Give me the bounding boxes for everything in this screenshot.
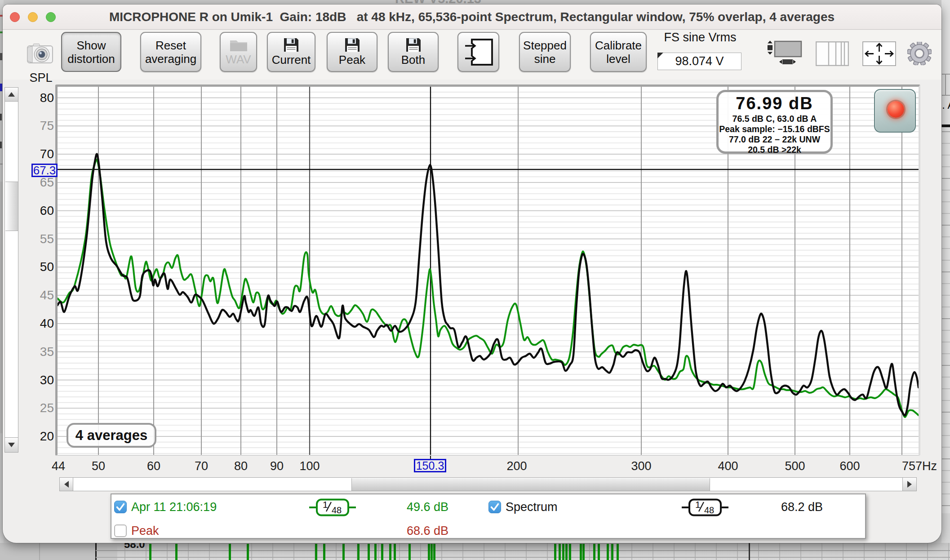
svg-text:48: 48 <box>704 505 714 515</box>
svg-text:1: 1 <box>323 499 328 510</box>
svg-text:48: 48 <box>332 505 342 515</box>
svg-text:1: 1 <box>695 499 701 510</box>
